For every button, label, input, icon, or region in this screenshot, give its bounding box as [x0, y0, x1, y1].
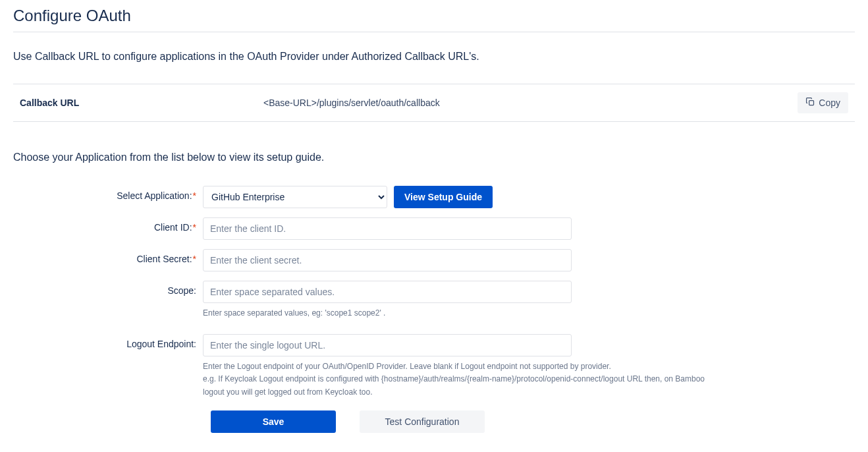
callback-row: Callback URL <Base-URL>/plugins/servlet/…	[13, 84, 855, 121]
intro-text: Use Callback URL to configure applicatio…	[13, 51, 855, 63]
scope-help-text: Enter space separated values, eg: 'scope…	[203, 307, 572, 320]
callback-url-label: Callback URL	[20, 98, 263, 108]
callback-table: Callback URL <Base-URL>/plugins/servlet/…	[13, 84, 855, 122]
test-configuration-button[interactable]: Test Configuration	[360, 410, 485, 433]
select-application-row: Select Application:* GitHub Enterprise V…	[13, 186, 855, 208]
client-id-row: Client ID:*	[13, 217, 855, 240]
scope-label: Scope:	[13, 281, 203, 296]
view-setup-guide-button[interactable]: View Setup Guide	[394, 186, 493, 208]
svg-rect-0	[809, 101, 814, 105]
callback-url-value: <Base-URL>/plugins/servlet/oauth/callbac…	[263, 98, 798, 108]
save-button[interactable]: Save	[211, 410, 336, 433]
client-secret-label: Client Secret:*	[13, 249, 203, 264]
logout-endpoint-input[interactable]	[203, 334, 572, 356]
logout-endpoint-row: Logout Endpoint: Enter the Logout endpoi…	[13, 334, 855, 399]
choose-app-text: Choose your Application from the list be…	[13, 152, 855, 163]
logout-endpoint-help-text-1: Enter the Logout endpoint of your OAuth/…	[203, 360, 710, 373]
client-id-input[interactable]	[203, 217, 572, 240]
form-buttons: Save Test Configuration	[211, 410, 855, 433]
select-application-label: Select Application:*	[13, 186, 203, 201]
client-secret-input[interactable]	[203, 249, 572, 271]
client-id-label: Client ID:*	[13, 217, 203, 233]
copy-icon	[805, 97, 815, 109]
page-title: Configure OAuth	[13, 7, 855, 32]
logout-endpoint-help-text-2: e.g. If Keycloak Logout endpoint is conf…	[203, 373, 710, 398]
copy-button-label: Copy	[819, 98, 840, 108]
copy-button[interactable]: Copy	[798, 92, 848, 113]
logout-endpoint-label: Logout Endpoint:	[13, 334, 203, 349]
client-secret-row: Client Secret:*	[13, 249, 855, 271]
scope-row: Scope: Enter space separated values, eg:…	[13, 281, 855, 320]
scope-input[interactable]	[203, 281, 572, 303]
select-application-dropdown[interactable]: GitHub Enterprise	[203, 186, 387, 208]
